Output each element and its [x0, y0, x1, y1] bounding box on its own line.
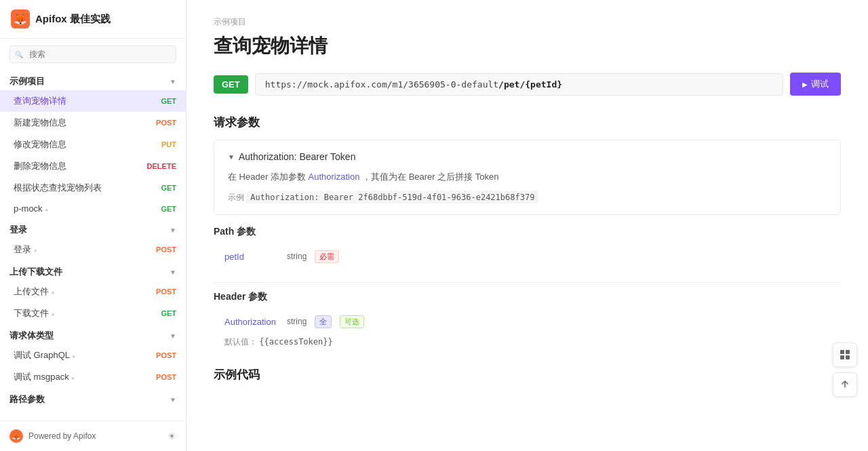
sidebar-header: 🦊 Apifox 最佳实践	[0, 0, 186, 39]
url-prefix: https://mock.apifox.com/m1/3656905-0-def…	[265, 79, 498, 90]
sidebar-footer: 🦊 Powered by Apifox ☀	[0, 420, 186, 451]
footer-branding: 🦊 Powered by Apifox	[9, 429, 96, 443]
sidebar-item-msgpack[interactable]: 调试 msgpack ● POST	[0, 366, 186, 388]
sidebar-search-wrap	[0, 39, 186, 70]
method-badge-post: POST	[156, 351, 176, 360]
auth-header[interactable]: ▼ Authorization: Bearer Token	[228, 151, 827, 162]
sidebar-item-create-pet[interactable]: 新建宠物信息 POST	[0, 112, 186, 134]
item-label: 删除宠物信息	[14, 160, 147, 172]
method-badge-get: GET	[161, 309, 176, 318]
sidebar-section-examples: 示例项目 ▼ 查询宠物详情 GET 新建宠物信息 POST 修改宠物信息 PUT…	[0, 70, 186, 218]
breadcrumb: 示例项目	[214, 16, 841, 28]
method-badge-post: POST	[156, 372, 176, 382]
param-name-petid: petId	[224, 252, 279, 262]
main-content: 示例项目 查询宠物详情 GET https://mock.apifox.com/…	[186, 0, 868, 451]
item-label: 新建宠物信息	[14, 117, 156, 129]
param-optional-badge: 可选	[340, 315, 364, 328]
section-label-files: 上传下载文件	[9, 266, 62, 278]
param-type: string	[287, 317, 307, 326]
method-badge-put: PUT	[161, 140, 176, 149]
chevron-down-icon: ▼	[170, 269, 176, 276]
sidebar-item-upload[interactable]: 上传文件 ● POST	[0, 281, 186, 302]
chevron-down-icon: ▼	[170, 396, 176, 404]
sidebar-item-find-pets[interactable]: 根据状态查找宠物列表 GET	[0, 177, 186, 199]
url-path: /pet/{petId}	[498, 79, 562, 90]
method-badge-post: POST	[156, 245, 176, 254]
table-row: Authorization string 全 可选	[214, 310, 841, 334]
request-params-section: 请求参数 ▼ Authorization: Bearer Token 在 Hea…	[214, 115, 841, 351]
sidebar-item-login[interactable]: 登录 ● POST	[0, 239, 186, 260]
auth-description: 在 Header 添加参数 Authorization ，其值为在 Bearer…	[228, 170, 827, 184]
sidebar-section-files: 上传下载文件 ▼ 上传文件 ● POST 下载文件 ● GET	[0, 260, 186, 324]
method-badge-delete: DELETE	[147, 161, 176, 171]
header-params-title: Header 参数	[214, 291, 841, 303]
scroll-top-icon[interactable]	[833, 372, 857, 397]
item-label: p-mock ●	[14, 203, 161, 214]
theme-toggle-icon[interactable]: ☀	[167, 431, 176, 442]
svg-rect-2	[840, 355, 844, 359]
search-input[interactable]	[9, 45, 176, 63]
sidebar-item-delete-pet[interactable]: 删除宠物信息 DELETE	[0, 155, 186, 177]
method-badge-get: GET	[161, 204, 176, 214]
section-label-examples: 示例项目	[9, 75, 45, 87]
section-header-body-types[interactable]: 请求体类型 ▼	[0, 324, 186, 345]
item-label: 调试 GraphQL ●	[14, 349, 156, 361]
powered-by-text: Powered by Apifox	[28, 431, 96, 441]
section-header-login[interactable]: 登录 ▼	[0, 218, 186, 239]
auth-header-text: Authorization: Bearer Token	[239, 151, 356, 162]
item-label: 调试 msgpack ●	[14, 371, 156, 383]
param-default-row: 默认值： {{accessToken}}	[214, 334, 841, 351]
auth-example: 示例 Authorization: Bearer 2f68dbbf-519d-4…	[228, 190, 827, 203]
chevron-down-icon: ▼	[170, 78, 176, 85]
chevron-down-icon: ▼	[170, 332, 176, 340]
url-bar: GET https://mock.apifox.com/m1/3656905-0…	[214, 73, 841, 96]
param-all-badge: 全	[315, 315, 332, 328]
item-label: 根据状态查找宠物列表	[14, 182, 161, 194]
param-name-authorization: Authorization	[224, 317, 279, 327]
sidebar-item-graphql[interactable]: 调试 GraphQL ● POST	[0, 345, 186, 366]
app-logo: 🦊	[11, 9, 30, 28]
try-button[interactable]: 调试	[790, 73, 841, 96]
section-header-examples[interactable]: 示例项目 ▼	[0, 70, 186, 90]
apps-icon[interactable]	[833, 342, 857, 367]
auth-desc-pre: 在 Header 添加参数	[228, 172, 306, 182]
item-label: 上传文件 ●	[14, 286, 156, 298]
sidebar-section-body-types: 请求体类型 ▼ 调试 GraphQL ● POST 调试 msgpack ● P…	[0, 324, 186, 388]
path-params-group: Path 参数 petId string 必需	[214, 226, 841, 269]
right-panel	[833, 342, 857, 397]
sidebar-item-update-pet[interactable]: 修改宠物信息 PUT	[0, 134, 186, 155]
item-label: 下载文件 ●	[14, 307, 161, 319]
section-label-login: 登录	[9, 224, 27, 236]
path-params-title: Path 参数	[214, 226, 841, 238]
auth-block: ▼ Authorization: Bearer Token 在 Header 添…	[214, 140, 841, 215]
method-badge-get: GET	[161, 183, 176, 193]
sidebar-item-query-pet[interactable]: 查询宠物详情 GET	[0, 90, 186, 112]
section-label-path-params: 路径参数	[9, 393, 45, 406]
default-value: {{accessToken}}	[259, 337, 332, 347]
url-method-badge: GET	[214, 75, 248, 94]
chevron-down-icon: ▼	[170, 227, 176, 234]
sidebar-section-login: 登录 ▼ 登录 ● POST	[0, 218, 186, 260]
auth-link[interactable]: Authorization	[309, 172, 360, 182]
svg-rect-1	[846, 350, 850, 354]
svg-rect-0	[840, 350, 844, 354]
item-label: 登录 ●	[14, 243, 156, 256]
app-title: Apifox 最佳实践	[35, 13, 111, 26]
section-label-body-types: 请求体类型	[9, 330, 54, 342]
sidebar: 🦊 Apifox 最佳实践 示例项目 ▼ 查询宠物详情 GET 新建宠物信息 P…	[0, 0, 186, 451]
request-params-title: 请求参数	[214, 115, 841, 130]
sidebar-item-pmock[interactable]: p-mock ● GET	[0, 199, 186, 218]
auth-desc-post: ，其值为在 Bearer 之后拼接 Token	[362, 172, 499, 182]
section-header-path-params[interactable]: 路径参数 ▼	[0, 388, 186, 408]
table-row: petId string 必需	[214, 245, 841, 269]
item-label: 查询宠物详情	[14, 95, 161, 107]
url-display: https://mock.apifox.com/m1/3656905-0-def…	[255, 73, 783, 96]
auth-example-value: Authorization: Bearer 2f68dbbf-519d-4f01…	[246, 191, 538, 203]
param-type: string	[287, 252, 307, 261]
default-label: 默认值：	[224, 337, 257, 347]
header-params-group: Header 参数 Authorization string 全 可选 默认值：…	[214, 291, 841, 351]
method-badge-post: POST	[156, 287, 176, 296]
section-header-files[interactable]: 上传下载文件 ▼	[0, 260, 186, 281]
sidebar-item-download[interactable]: 下载文件 ● GET	[0, 302, 186, 324]
chevron-down-icon: ▼	[228, 153, 235, 161]
